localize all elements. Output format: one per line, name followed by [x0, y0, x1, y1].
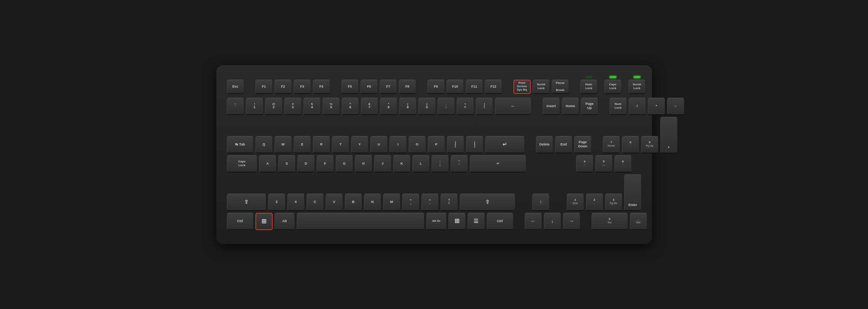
- key-backslash[interactable]: |\: [476, 98, 493, 115]
- key-rctrl[interactable]: Ctrl: [487, 213, 513, 230]
- key-kp-0[interactable]: 0Ins: [592, 213, 628, 230]
- key-f12[interactable]: F12: [485, 80, 502, 94]
- key-v[interactable]: V: [326, 194, 343, 211]
- key-lwin[interactable]: ⊞: [255, 213, 273, 230]
- key-g[interactable]: G: [336, 155, 353, 173]
- key-kp-5[interactable]: 5—: [595, 155, 613, 173]
- key-scrlk[interactable]: ScrollLock: [533, 80, 550, 94]
- key-capslk-indicator[interactable]: CapsLock: [604, 80, 622, 94]
- key-kp-1[interactable]: 1End: [567, 194, 584, 211]
- key-d[interactable]: D: [297, 155, 315, 173]
- key-3[interactable]: #3: [284, 98, 302, 115]
- key-f3[interactable]: F3: [294, 80, 311, 94]
- key-kp-minus[interactable]: −: [667, 98, 684, 115]
- key-space[interactable]: [297, 213, 424, 230]
- key-right[interactable]: →: [563, 213, 580, 230]
- key-backspace[interactable]: ←: [495, 98, 531, 115]
- key-l[interactable]: L: [412, 155, 430, 173]
- key-rshift[interactable]: ⇧: [460, 194, 515, 211]
- key-tilde[interactable]: ~`: [227, 98, 244, 115]
- key-kp-star[interactable]: *: [648, 98, 665, 115]
- key-comma[interactable]: <,: [402, 194, 420, 211]
- key-2[interactable]: @2: [265, 98, 282, 115]
- key-insert[interactable]: Insert: [543, 98, 560, 115]
- key-enter2[interactable]: ↵: [470, 155, 526, 173]
- key-down[interactable]: ↓: [544, 213, 561, 230]
- key-menu[interactable]: ☰: [468, 213, 485, 230]
- key-kp-4[interactable]: 4←: [576, 155, 593, 173]
- key-tab[interactable]: ↹Tab: [227, 136, 254, 153]
- key-kp-enter[interactable]: Enter: [624, 174, 642, 211]
- key-z[interactable]: Z: [268, 194, 285, 211]
- key-kp-9[interactable]: 9Pg Up: [641, 136, 658, 153]
- key-c[interactable]: C: [306, 194, 324, 211]
- key-minus[interactable]: _-: [438, 98, 455, 115]
- key-i[interactable]: I: [389, 136, 407, 153]
- key-o[interactable]: O: [409, 136, 426, 153]
- key-up[interactable]: ↑: [532, 194, 549, 211]
- key-quote[interactable]: "': [451, 155, 468, 173]
- key-f2[interactable]: F2: [275, 80, 292, 94]
- key-f[interactable]: F: [317, 155, 334, 173]
- key-k[interactable]: K: [393, 155, 411, 173]
- key-kp-6[interactable]: 6→: [614, 155, 632, 173]
- key-j[interactable]: J: [374, 155, 391, 173]
- key-kp-8[interactable]: 8↑: [622, 136, 639, 153]
- key-f7[interactable]: F7: [380, 80, 397, 94]
- key-f5[interactable]: F5: [341, 80, 359, 94]
- key-numlk[interactable]: NumLock: [610, 98, 627, 115]
- key-esc[interactable]: Esc: [227, 80, 244, 94]
- key-f10[interactable]: F10: [447, 80, 464, 94]
- key-9[interactable]: (9: [399, 98, 417, 115]
- key-kp-plus[interactable]: +: [660, 117, 678, 153]
- key-f1[interactable]: F1: [255, 80, 273, 94]
- key-a[interactable]: A: [259, 155, 276, 173]
- key-q[interactable]: Q: [255, 136, 273, 153]
- key-home[interactable]: Home: [562, 98, 579, 115]
- key-x[interactable]: X: [287, 194, 305, 211]
- key-semicolon[interactable]: :;: [432, 155, 449, 173]
- key-scrolllk-indicator[interactable]: ScrollLock: [628, 80, 646, 94]
- key-h[interactable]: H: [355, 155, 372, 173]
- key-numlk-indicator[interactable]: NumLock: [580, 80, 598, 94]
- key-f6[interactable]: F6: [361, 80, 378, 94]
- key-e[interactable]: E: [294, 136, 311, 153]
- key-pgup[interactable]: PageUp: [581, 98, 598, 115]
- key-lbracket[interactable]: {[: [447, 136, 464, 153]
- key-m[interactable]: M: [383, 194, 400, 211]
- key-slash[interactable]: ?/: [441, 194, 458, 211]
- key-7[interactable]: &7: [361, 98, 378, 115]
- key-kp-3[interactable]: 3Pg Dn: [605, 194, 622, 211]
- key-enter[interactable]: ↵: [485, 136, 525, 153]
- key-u[interactable]: U: [370, 136, 388, 153]
- key-f9[interactable]: F9: [427, 80, 445, 94]
- key-lctrl[interactable]: Ctrl: [227, 213, 254, 230]
- key-s[interactable]: S: [278, 155, 296, 173]
- key-delete[interactable]: Delete: [536, 136, 553, 153]
- key-kp-2[interactable]: 2↓: [586, 194, 603, 211]
- key-kp-7[interactable]: 7Home: [603, 136, 620, 153]
- key-6[interactable]: ^6: [342, 98, 359, 115]
- key-capslock[interactable]: CapsLock: [227, 155, 257, 173]
- key-f11[interactable]: F11: [466, 80, 483, 94]
- key-end[interactable]: End: [555, 136, 572, 153]
- key-n[interactable]: N: [364, 194, 381, 211]
- key-pause[interactable]: PauseBreak: [552, 80, 569, 94]
- key-y[interactable]: Y: [351, 136, 368, 153]
- key-f4[interactable]: F4: [313, 80, 330, 94]
- key-b[interactable]: B: [345, 194, 362, 211]
- key-kp-dot[interactable]: .Del: [630, 213, 647, 230]
- key-w[interactable]: W: [275, 136, 292, 153]
- key-rwin[interactable]: ⊞: [448, 213, 466, 230]
- key-pgdn[interactable]: PageDown: [574, 136, 592, 153]
- key-prtscr[interactable]: PrintScreenSys Rq: [513, 80, 531, 94]
- key-p[interactable]: P: [428, 136, 445, 153]
- key-kp-slash[interactable]: /: [629, 98, 646, 115]
- key-equals[interactable]: +=: [457, 98, 474, 115]
- key-4[interactable]: $4: [303, 98, 321, 115]
- key-f8[interactable]: F8: [399, 80, 416, 94]
- key-0[interactable]: )0: [418, 98, 436, 115]
- key-period[interactable]: >.: [421, 194, 439, 211]
- key-5[interactable]: %5: [323, 98, 340, 115]
- key-left[interactable]: ←: [525, 213, 542, 230]
